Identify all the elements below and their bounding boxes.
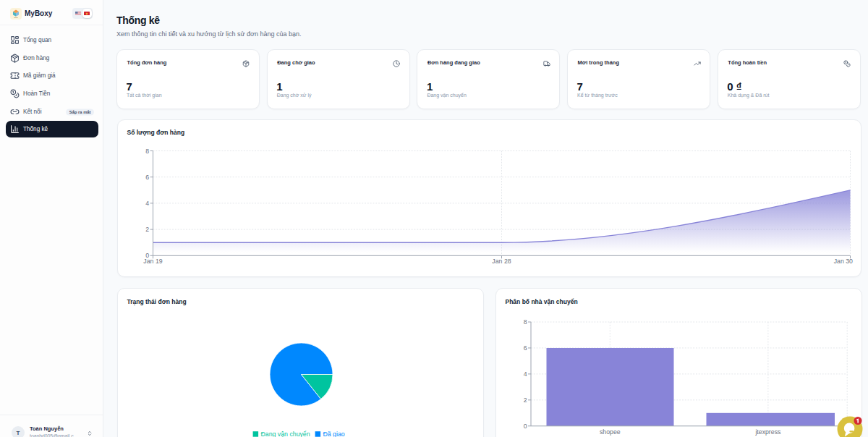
svg-text:4: 4 (145, 200, 149, 207)
svg-text:Đã giao: Đã giao (323, 430, 345, 437)
svg-text:shopee: shopee (600, 428, 621, 436)
svg-text:Đang vận chuyển: Đang vận chuyển (261, 430, 310, 437)
svg-text:2: 2 (145, 226, 149, 233)
svg-text:6: 6 (145, 174, 149, 181)
svg-text:Jan 19: Jan 19 (143, 258, 162, 265)
svg-text:jtexpress: jtexpress (754, 428, 781, 436)
svg-text:6: 6 (524, 344, 527, 352)
svg-text:0: 0 (524, 423, 527, 430)
svg-text:Jan 28: Jan 28 (492, 258, 511, 265)
svg-text:8: 8 (145, 148, 149, 155)
svg-text:4: 4 (524, 370, 527, 378)
svg-text:8: 8 (524, 318, 527, 326)
svg-text:2: 2 (524, 396, 527, 404)
svg-text:Jan 30: Jan 30 (834, 258, 853, 265)
